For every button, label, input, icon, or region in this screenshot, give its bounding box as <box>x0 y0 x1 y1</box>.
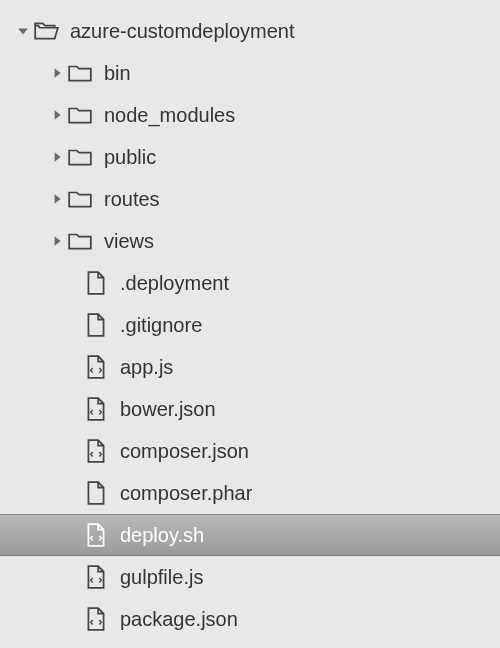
chevron-right-icon[interactable] <box>48 235 66 247</box>
tree-file-row[interactable]: deploy.sh <box>0 514 500 556</box>
file-code-icon <box>82 563 110 591</box>
tree-file-label: .deployment <box>120 272 229 295</box>
tree-file-row[interactable]: app.js <box>0 346 500 388</box>
tree-file-row[interactable]: .gitignore <box>0 304 500 346</box>
file-code-icon <box>82 605 110 633</box>
chevron-right-icon[interactable] <box>48 67 66 79</box>
folder-icon <box>66 185 94 213</box>
folder-icon <box>66 59 94 87</box>
file-icon <box>82 269 110 297</box>
tree-root-label: azure-customdeployment <box>70 20 295 43</box>
tree-folder-row[interactable]: routes <box>0 178 500 220</box>
tree-file-row[interactable]: composer.json <box>0 430 500 472</box>
chevron-down-icon[interactable] <box>14 25 32 37</box>
tree-folder-label: routes <box>104 188 160 211</box>
tree-folder-label: node_modules <box>104 104 235 127</box>
tree-folder-label: bin <box>104 62 131 85</box>
tree-root-row[interactable]: azure-customdeployment <box>0 10 500 52</box>
file-icon <box>82 479 110 507</box>
tree-folder-row[interactable]: views <box>0 220 500 262</box>
tree-file-row[interactable]: .deployment <box>0 262 500 304</box>
tree-file-label: package.json <box>120 608 238 631</box>
tree-folder-row[interactable]: public <box>0 136 500 178</box>
file-code-icon <box>82 353 110 381</box>
folder-icon <box>66 101 94 129</box>
tree-file-label: gulpfile.js <box>120 566 203 589</box>
tree-file-label: app.js <box>120 356 173 379</box>
file-icon <box>82 311 110 339</box>
chevron-right-icon[interactable] <box>48 151 66 163</box>
tree-folder-label: views <box>104 230 154 253</box>
chevron-right-icon[interactable] <box>48 109 66 121</box>
tree-file-label: composer.json <box>120 440 249 463</box>
folder-open-icon <box>32 17 60 45</box>
tree-file-row[interactable]: gulpfile.js <box>0 556 500 598</box>
file-code-icon <box>82 395 110 423</box>
tree-file-label: deploy.sh <box>120 524 204 547</box>
file-tree: azure-customdeployment binnode_modulespu… <box>0 0 500 640</box>
tree-file-row[interactable]: package.json <box>0 598 500 640</box>
tree-file-row[interactable]: bower.json <box>0 388 500 430</box>
tree-file-label: composer.phar <box>120 482 252 505</box>
file-code-icon <box>82 437 110 465</box>
tree-file-row[interactable]: composer.phar <box>0 472 500 514</box>
folder-icon <box>66 227 94 255</box>
chevron-right-icon[interactable] <box>48 193 66 205</box>
tree-folder-row[interactable]: node_modules <box>0 94 500 136</box>
tree-file-label: bower.json <box>120 398 216 421</box>
tree-folder-label: public <box>104 146 156 169</box>
file-code-icon <box>82 521 110 549</box>
tree-folder-row[interactable]: bin <box>0 52 500 94</box>
folder-icon <box>66 143 94 171</box>
tree-file-label: .gitignore <box>120 314 202 337</box>
